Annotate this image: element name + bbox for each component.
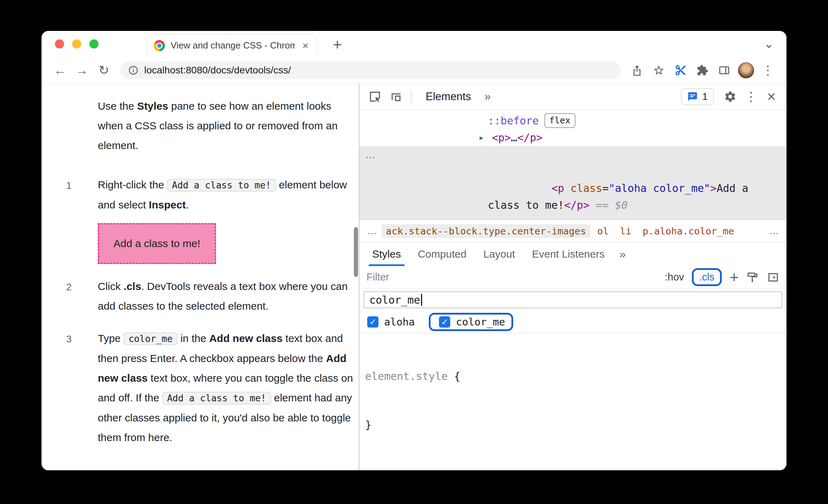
style-rule-color-me: .color_me { _devtools.scss:55 animation:…: [359, 469, 786, 470]
open-brace: {: [448, 370, 460, 382]
step-number: 1: [61, 176, 77, 195]
reload-button[interactable]: ↻: [94, 60, 114, 80]
breadcrumb-item[interactable]: ol: [593, 224, 613, 238]
demo-element-label: Add a class to me!: [114, 234, 200, 253]
browser-window: View and change CSS - Chrom × + ⌄ ← → ↻ …: [42, 31, 786, 470]
issues-counter[interactable]: 1: [681, 88, 714, 105]
list-item: 3 Type color_me in the Add new class tex…: [98, 329, 353, 447]
tab-event-listeners[interactable]: Event Listeners: [523, 242, 613, 266]
more-tabs-chevron-icon[interactable]: »: [617, 248, 629, 261]
site-info-icon[interactable]: [128, 65, 139, 76]
steps-list: 1 Right-click the Add a class to me! ele…: [98, 175, 353, 447]
class-toggle-label: color_me: [456, 316, 505, 328]
style-editor-icon[interactable]: [746, 271, 759, 284]
list-item: 1 Right-click the Add a class to me! ele…: [98, 175, 353, 264]
avatar: [738, 62, 754, 78]
console-bubble-icon: [687, 91, 698, 102]
scrollbar-thumb[interactable]: [354, 227, 358, 277]
devtools-close-icon[interactable]: ×: [762, 87, 781, 106]
page-content: Use the Styles pane to see how an elemen…: [42, 84, 786, 470]
url-bar[interactable]: localhost:8080/docs/devtools/css/: [120, 62, 620, 79]
breadcrumb-overflow-left[interactable]: …: [365, 226, 379, 237]
browser-tab[interactable]: View and change CSS - Chrom ×: [147, 34, 317, 57]
dom-node-p-collapsed[interactable]: ▶ <p>…</p>: [359, 129, 786, 146]
devtools-panel: Elements » 1 ⋮ × ::beforeflex ▶ <p>…<: [359, 84, 786, 470]
step-text: Type color_me in the Add new class text …: [98, 332, 353, 443]
step-text: Right-click the Add a class to me! eleme…: [98, 179, 347, 211]
element-style-open-line: element.style {: [365, 368, 781, 385]
class-toggles-row: ✓ aloha ✓ color_me: [359, 311, 786, 333]
tab-title: View and change CSS - Chrom: [171, 40, 295, 51]
new-style-rule-button[interactable]: +: [730, 270, 739, 285]
callout-ring-cls: .cls: [692, 268, 722, 286]
intro-paragraph: Use the Styles pane to see how an elemen…: [98, 96, 353, 155]
window-close-button[interactable]: [55, 39, 64, 49]
step-text: Click .cls. DevTools reveals a text box …: [98, 280, 348, 312]
profile-avatar[interactable]: [736, 60, 756, 80]
forward-button[interactable]: →: [72, 60, 92, 80]
checkbox-checked-icon[interactable]: ✓: [439, 316, 450, 328]
screenshot-canvas: { "colors": { "accent_blue": "#1a73e8", …: [0, 0, 828, 504]
settings-gear-icon[interactable]: [720, 87, 740, 106]
back-button[interactable]: ←: [50, 60, 70, 80]
chrome-favicon-icon: [154, 40, 165, 51]
share-button[interactable]: [627, 60, 647, 80]
class-toggle-aloha[interactable]: ✓ aloha: [367, 316, 415, 328]
device-toolbar-icon[interactable]: [386, 87, 406, 106]
toggle-element-state-button[interactable]: :hov: [665, 271, 684, 283]
breadcrumb-item-current[interactable]: p.aloha.color_me: [638, 224, 738, 238]
devtools-toolbar: Elements » 1 ⋮ ×: [359, 84, 786, 110]
window-controls: [55, 39, 98, 49]
toolbar-divider: [411, 90, 412, 103]
tab-computed[interactable]: Computed: [409, 242, 475, 266]
checkbox-checked-icon[interactable]: ✓: [367, 316, 378, 328]
class-toggle-label: aloha: [384, 316, 415, 328]
class-toggle-color-me[interactable]: ✓ color_me: [439, 316, 505, 328]
toggle-sidebar-icon[interactable]: [767, 271, 779, 284]
add-new-class-input[interactable]: color_me: [364, 291, 782, 308]
tab-close-icon[interactable]: ×: [301, 40, 310, 52]
tab-elements[interactable]: Elements: [416, 84, 480, 109]
element-classes-button[interactable]: .cls: [699, 271, 715, 283]
dom-node-markup: <p class="aloha color_me">Add a class to…: [488, 182, 755, 211]
text-caret: [421, 294, 422, 306]
styles-sidebar-tabs: Styles Computed Layout Event Listeners »: [359, 242, 786, 266]
list-item: 2 Click .cls. DevTools reveals a text bo…: [98, 277, 353, 316]
styles-filter-bar: Filter :hov .cls +: [359, 266, 786, 289]
tab-search-chevron-icon[interactable]: ⌄: [764, 37, 774, 51]
more-panels-chevron-icon[interactable]: »: [482, 90, 493, 103]
filter-input[interactable]: Filter: [367, 271, 657, 283]
tab-layout[interactable]: Layout: [475, 242, 523, 266]
browser-toolbar: ← → ↻ localhost:8080/docs/devtools/css/ …: [42, 57, 786, 84]
node-actions-dots-icon[interactable]: …: [365, 146, 376, 163]
breadcrumb-overflow-right[interactable]: …: [767, 226, 781, 237]
demo-element[interactable]: Add a class to me!: [98, 223, 216, 264]
window-minimize-button[interactable]: [72, 39, 81, 49]
extensions-puzzle-icon[interactable]: [692, 60, 713, 80]
browser-menu-kebab-icon[interactable]: ⋮: [758, 60, 778, 80]
dom-tree: ::beforeflex ▶ <p>…</p> … <p class="aloh…: [359, 110, 786, 220]
add-new-class-row: color_me: [359, 289, 786, 311]
element-style-block[interactable]: element.style { }: [359, 333, 786, 469]
inspect-element-icon[interactable]: [365, 87, 385, 106]
url-text: localhost:8080/docs/devtools/css/: [144, 65, 291, 76]
issues-count: 1: [702, 91, 708, 102]
side-panel-icon[interactable]: [714, 60, 734, 80]
scissors-extension-icon[interactable]: [670, 60, 691, 80]
breadcrumb-item[interactable]: ack.stack--block.type.center-images: [382, 224, 590, 238]
dom-node-selected-p[interactable]: … <p class="aloha color_me">Add a class …: [359, 146, 786, 220]
devtools-menu-kebab-icon[interactable]: ⋮: [741, 87, 760, 106]
element-style-label: element.style: [365, 370, 448, 382]
breadcrumb: … ack.stack--block.type.center-images ol…: [359, 220, 786, 242]
add-new-class-value: color_me: [369, 294, 420, 306]
step-number: 3: [61, 329, 77, 349]
step-number: 2: [61, 277, 77, 297]
bookmark-star-icon[interactable]: [649, 60, 669, 80]
new-tab-button[interactable]: +: [327, 34, 348, 55]
window-zoom-button[interactable]: [89, 39, 98, 49]
dom-node-before-pseudo[interactable]: ::beforeflex: [359, 112, 786, 129]
callout-ring-color-me: ✓ color_me: [429, 313, 513, 331]
docs-scrollbar: [353, 84, 359, 470]
breadcrumb-item[interactable]: li: [616, 224, 636, 238]
tab-styles[interactable]: Styles: [364, 242, 409, 266]
